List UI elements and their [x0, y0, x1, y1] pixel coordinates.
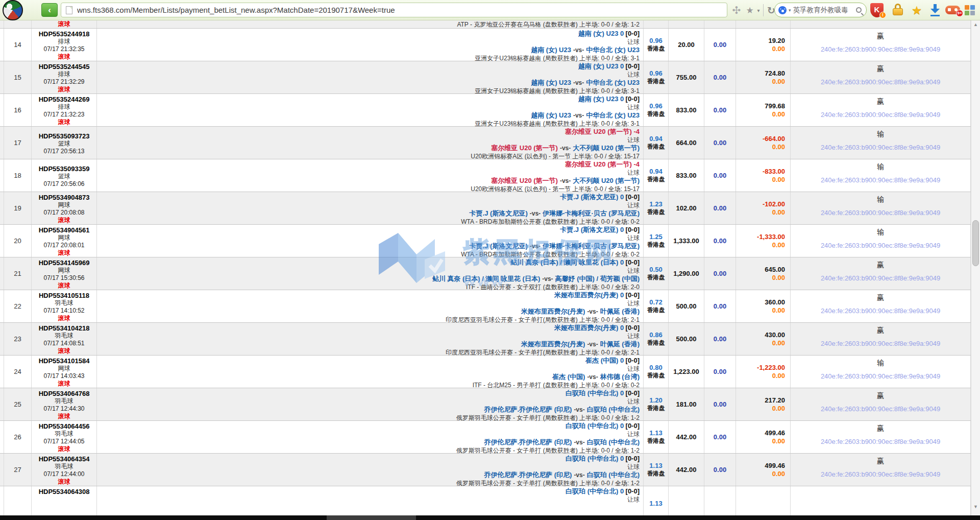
search-box[interactable]: ▾ 英孚教育外教吸毒 [774, 3, 867, 17]
away-team: 白驭珀 (中华台北) [587, 438, 640, 446]
bookmark-dropdown-icon[interactable]: ▾ [755, 0, 762, 20]
home-team: 米娅布里西费尔(丹麦) [521, 308, 585, 315]
row-edge-cell [0, 257, 4, 290]
winloss-sub-amount: 0.00 [772, 405, 785, 413]
winloss-sub-amount: 0.00 [772, 470, 785, 478]
status-cell: 赢 240e:fe:2603:b900:90ec:8f8e:9e9a:9049 [791, 323, 971, 355]
market-type: 香港盘 [647, 405, 665, 412]
winloss-cell: 499.46 0.00 [736, 421, 791, 453]
winloss-cell: 19.20 0.00 [736, 29, 791, 61]
ip-address: 240e:fe:2603:b900:90ec:8f8e:9e9a:9049 [791, 274, 970, 282]
search-input[interactable]: 英孚教育外教吸毒 [793, 6, 854, 15]
bet-id-cell: HDP5534101584 网球 07/17 14:03:43 滚球 [32, 356, 97, 388]
shield-alert-badge: ! [879, 12, 886, 18]
winloss-sub-amount: 0.00 [772, 306, 785, 315]
market-type: 香港盘 [647, 470, 665, 478]
row-edge-cell [0, 290, 4, 322]
home-team: 卡贾.J (斯洛文尼亚) [470, 242, 528, 250]
home-team: 塞尔维亚 U20 (第一节) [491, 144, 558, 152]
bet-time: 07/17 21:32:35 [32, 45, 96, 53]
bet-amount: 500.00 [669, 323, 704, 355]
bet-id-cell: HDP5535093359 篮球 07/17 20:56:06 [32, 159, 97, 192]
bet-detail-cell: 越南 (女) U23 0 [0-0] 让球 越南 (女) U23-vs-中华台北… [97, 94, 644, 126]
search-engine-dropdown-icon[interactable]: ▾ [789, 8, 791, 13]
live-tag: 滚球 [32, 478, 96, 486]
bet-id-cell: HDP5534145969 网球 07/17 15:30:56 滚球 [32, 257, 97, 290]
sport-label: 网球 [32, 201, 96, 209]
valid-amount: 0.00 [704, 421, 736, 453]
bet-status: 赢 [791, 64, 970, 74]
bet-type: 让球 [97, 169, 640, 177]
odds-value: 1.13 [649, 500, 662, 507]
games-icon[interactable]: 9+ [945, 6, 960, 14]
bet-amount: 755.00 [669, 61, 704, 93]
live-tag: 滚球 [32, 249, 96, 257]
odds-cell: 0.94 香港盘 [644, 127, 669, 159]
status-cell: 输 240e:fe:2603:b900:90ec:8f8e:9e9a:9049 [791, 356, 971, 388]
search-icon[interactable] [856, 7, 862, 13]
lock-icon[interactable] [892, 4, 903, 15]
bet-status: 赢 [791, 326, 970, 335]
row-number: 16 [4, 94, 32, 126]
bet-detail-cell: 鲇川 真奈 (日本) / 濑间 咏里花 (日本) 0 [0-0] 让球 鲇川 真… [97, 257, 644, 290]
security-shield-icon[interactable]: K ! [870, 3, 884, 17]
away-team: 大不列颠 U20 (第一节) [573, 177, 640, 184]
bet-amount: 181.00 [669, 388, 704, 420]
pick-team: 塞尔维亚 U20 (第一节) -4 [565, 160, 640, 168]
bet-id: HDP5535244918 [32, 30, 96, 38]
bet-amount: 102.00 [669, 192, 704, 224]
row-number: 19 [4, 192, 32, 224]
valid-amount: 0.00 [704, 454, 736, 486]
away-team: 白驭珀 (中华台北) [587, 406, 640, 413]
pick-score: [0-0] [626, 30, 640, 37]
bet-detail-cell: 塞尔维亚 U20 (第一节) -4 让球 塞尔维亚 U20 (第一节)-vs-大… [97, 159, 644, 192]
away-team: 伊琳娜-卡梅利亚·贝古 (罗马尼亚) [543, 209, 640, 217]
winloss-amount: -664.00 [763, 135, 785, 143]
odds-value: 1.20 [649, 396, 662, 404]
bet-status: 输 [791, 228, 970, 237]
scroll-up-arrow-icon[interactable]: ▲ [971, 22, 980, 27]
row-number: 26 [4, 421, 32, 453]
apps-grid-icon[interactable] [965, 5, 975, 15]
back-button[interactable]: ‹ [41, 3, 58, 17]
address-bar[interactable]: wns.fts368.com/Member/Lists/payment_betL… [61, 3, 727, 17]
winloss-sub-amount: 0.00 [772, 208, 785, 217]
valid-amount: 0.00 [704, 192, 736, 224]
download-icon[interactable] [930, 4, 940, 16]
winloss-cell: 360.00 0.00 [736, 290, 791, 322]
winloss-amount: 430.00 [765, 331, 785, 339]
url-text[interactable]: wns.fts368.com/Member/Lists/payment_betL… [77, 6, 395, 14]
winloss-cell: -664.00 0.00 [736, 127, 791, 159]
winloss-amount: -102.00 [763, 200, 785, 208]
bet-time: 07/17 21:32:29 [32, 78, 96, 86]
odds-value: 0.94 [649, 168, 662, 175]
site-logo-icon [3, 0, 23, 20]
scrollbar-thumb[interactable] [972, 220, 979, 266]
games-badge: 9+ [956, 10, 963, 17]
pick-team: 米娅布里西费尔(丹麦) 0 [554, 291, 624, 299]
bet-time: 07/17 20:56:13 [32, 148, 96, 155]
bookmark-star-icon[interactable]: ★ [745, 0, 755, 20]
table-row: 26 HDP5534064456 羽毛球 07/17 12:44:05 滚球 白… [0, 421, 971, 454]
sport-label: 排球 [32, 103, 96, 111]
row-edge-cell [0, 127, 4, 159]
pick-team: 白驭珀 (中华台北) 0 [566, 455, 624, 462]
vs-separator: -vs- [530, 210, 541, 217]
extension-fan-icon[interactable]: ✣ [730, 0, 743, 20]
scroll-down-arrow-icon[interactable]: ▼ [971, 504, 980, 509]
bet-time: 07/17 14:10:52 [32, 307, 96, 315]
away-team: 大不列颠 U20 (第一节) [573, 144, 640, 152]
odds-value: 0.80 [649, 364, 662, 371]
pick-team: 崔杰 (中国) 0 [585, 357, 624, 364]
bet-status: 赢 [791, 424, 970, 433]
row-edge-cell [0, 421, 4, 453]
market-type: 香港盘 [647, 45, 665, 53]
winloss-amount: 19.20 [768, 37, 785, 45]
odds-cell: 1.20 香港盘 [644, 388, 669, 420]
pick-score: [0-0] [626, 258, 640, 266]
favorites-star-icon[interactable]: ★ [910, 0, 923, 20]
bet-id: HDP5534064308 [32, 488, 96, 495]
row-number: 18 [4, 159, 32, 192]
vertical-scrollbar[interactable]: ▲ ▼ [971, 20, 980, 515]
valid-amount: 0.00 [704, 225, 736, 257]
